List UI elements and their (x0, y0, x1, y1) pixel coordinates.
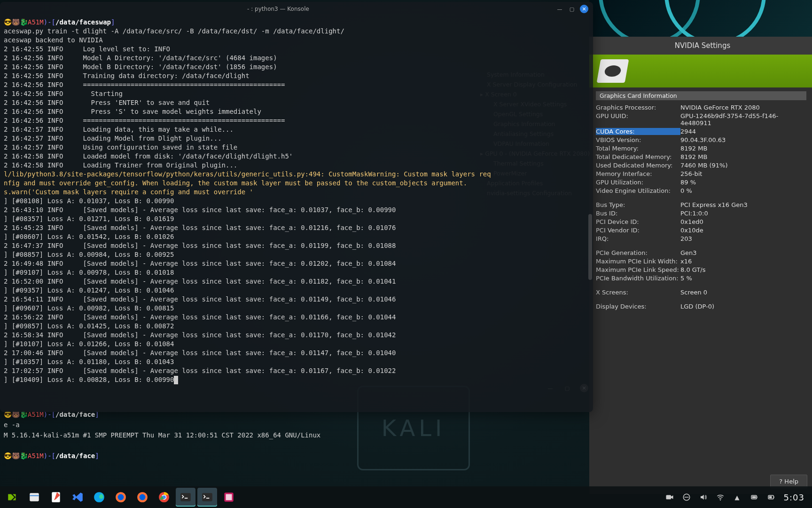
battery2-tray-icon[interactable] (767, 493, 775, 501)
nvidia-info-row: Video Engine Utilization:0 % (596, 186, 806, 195)
caret-up-icon[interactable]: ▲ (733, 493, 742, 501)
nvidia-info-row: X Screens:Screen 0 (596, 288, 806, 296)
nvidia-info-row: Memory Interface:256-bit (596, 169, 806, 178)
svg-rect-23 (769, 496, 772, 499)
nvidia-info-row: PCI Vendor ID:0x10de (596, 226, 806, 234)
nvidia-info-row: Graphics Processor:NVIDIA GeForce RTX 20… (596, 103, 806, 111)
maximize-button[interactable]: ▢ (568, 5, 576, 13)
konsole-window: - : python3 — Konsole — ▢ ✕ 😎🐻🐉A51M)-[/d… (0, 2, 593, 412)
nvidia-info-row: PCIe Bandwidth Utilization:5 % (596, 274, 806, 282)
battery-tray-icon[interactable] (750, 493, 758, 501)
window-title: - : python3 — Konsole (5, 6, 552, 12)
nvidia-info-row: Maximum PCIe Link Speed:8.0 GT/s (596, 265, 806, 274)
minimize-button[interactable]: — (555, 5, 564, 13)
nvidia-info-row: Maximum PCIe Link Width:x16 (596, 257, 806, 265)
terminal-body[interactable]: 😎🐻🐉A51M)-[/data/faceswap] aceswap.py tra… (0, 16, 593, 412)
texteditor-icon[interactable] (46, 488, 66, 507)
firefox-icon-2[interactable] (133, 488, 152, 507)
svg-rect-12 (202, 493, 212, 501)
dnd-tray-icon[interactable] (682, 493, 691, 501)
camera-tray-icon[interactable] (665, 493, 674, 501)
svg-rect-11 (180, 493, 191, 501)
nvidia-info-row: Total Memory:8192 MB (596, 144, 806, 152)
nvidia-info-row: Bus ID:PCI:1:0:0 (596, 209, 806, 217)
terminal-icon-2[interactable] (197, 488, 217, 507)
svg-rect-14 (226, 494, 232, 500)
nvidia-info-row: PCIe Generation:Gen3 (596, 248, 806, 257)
nvidia-info-row: PCI Device ID:0x1ed0 (596, 217, 806, 226)
nvidia-header-bar (589, 55, 812, 87)
nvidia-info-row: CUDA Cores:2944 (596, 127, 806, 135)
taskbar: ▲ 5:03 (0, 486, 812, 508)
app-icon[interactable] (219, 488, 239, 507)
svg-rect-15 (666, 495, 671, 500)
nvidia-info-row: VBIOS Version:90.04.3F.00.63 (596, 135, 806, 144)
svg-rect-19 (757, 497, 757, 498)
nvidia-info-row: GPU Utilization:89 % (596, 178, 806, 186)
svg-point-5 (118, 494, 124, 500)
firefox-icon[interactable] (111, 488, 131, 507)
close-button[interactable]: ✕ (580, 5, 588, 13)
nvidia-info-row: Bus Type:PCI Express x16 Gen3 (596, 200, 806, 209)
nvidia-info-panel: Graphics Card Information Graphics Proce… (589, 87, 812, 469)
wifi-tray-icon[interactable] (716, 493, 725, 501)
edge-icon[interactable] (89, 488, 109, 507)
nvidia-info-row: GPU UUID:GPU-1246b9df-3754-7d55-f146-4e4… (596, 111, 806, 127)
scrollbar[interactable] (588, 214, 592, 280)
nvidia-settings-window: NVIDIA Settings Graphics Card Informatio… (589, 0, 812, 494)
nvidia-info-row: Display Devices:LGD (DP-0) (596, 302, 806, 310)
terminal-icon[interactable] (176, 488, 195, 507)
nvidia-info-row: Used Dedicated Memory:7460 MB (91%) (596, 161, 806, 169)
files-icon[interactable] (24, 488, 44, 507)
svg-rect-1 (30, 495, 39, 496)
konsole-titlebar[interactable]: - : python3 — Konsole — ▢ ✕ (0, 2, 593, 16)
svg-rect-0 (30, 493, 39, 501)
nvidia-info-row: IRQ:203 (596, 234, 806, 243)
nvidia-brand-stripe (589, 0, 812, 37)
nvidia-logo-icon (597, 59, 629, 83)
svg-point-17 (719, 500, 720, 500)
nvidia-window-title: NVIDIA Settings (589, 37, 812, 55)
background-terminal-body[interactable]: 😎🐻🐉A51M)-[/data/face] e -a M 5.16.14-kal… (0, 409, 593, 461)
chrome-icon[interactable] (154, 488, 174, 507)
nvidia-section-header: Graphics Card Information (596, 91, 806, 100)
nvidia-tray-icon[interactable] (3, 488, 23, 507)
clock[interactable]: 5:03 (784, 492, 804, 502)
vscode-icon[interactable] (68, 488, 87, 507)
svg-point-7 (140, 494, 146, 500)
volume-tray-icon[interactable] (699, 493, 708, 501)
svg-rect-22 (773, 497, 774, 498)
nvidia-info-row: Total Dedicated Memory:8192 MB (596, 152, 806, 161)
svg-rect-20 (752, 496, 756, 499)
